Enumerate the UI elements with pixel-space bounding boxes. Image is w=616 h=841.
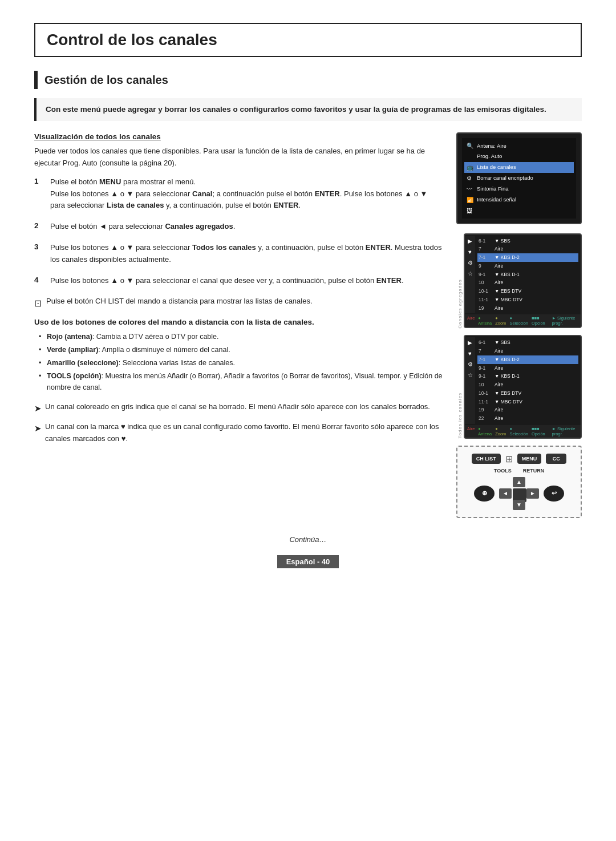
step-2: 2 Pulse el botón ◄ para seleccionar Cana… xyxy=(34,221,443,233)
ch-row: 9-1Aire xyxy=(477,364,578,373)
side-icon-arrow2: ▶ xyxy=(468,339,472,346)
step-1: 1 Pulse el botón MENU para mostrar el me… xyxy=(34,176,443,212)
step-4-num: 4 xyxy=(34,275,46,284)
search-icon: 🔍 xyxy=(467,141,475,150)
ch-row: 7Aire xyxy=(477,245,578,253)
tv-menu-extra: 🖼 xyxy=(464,205,574,216)
remote-top-row: CH LIST ⊞ MENU CC xyxy=(472,454,567,464)
tv-menu-prog-auto: Prog. Auto xyxy=(464,151,574,161)
arrow-sym-2: ➤ xyxy=(34,421,42,435)
note-icon: ⊡ xyxy=(34,296,42,311)
ch-row: 19Aire xyxy=(477,406,578,414)
remote-labels: TOOLS RETURN xyxy=(494,468,544,474)
return-label: RETURN xyxy=(523,468,545,474)
bullet-2: Verde (ampliar): Amplía o disminuye el n… xyxy=(39,344,443,355)
step-4-content: Pulse los botones ▲ o ▼ para seleccionar… xyxy=(50,275,443,287)
step-4: 4 Pulse los botones ▲ o ▼ para seleccion… xyxy=(34,275,443,287)
nav-down-btn[interactable]: ▼ xyxy=(513,500,525,510)
cc-button[interactable]: CC xyxy=(546,454,566,464)
right-column: 🔍 Antena: Aire Prog. Auto 📺 Lista de can… xyxy=(456,132,582,518)
step-2-content: Pulse el botón ◄ para seleccionar Canale… xyxy=(50,221,443,233)
arrow-note-1-text: Un canal coloreado en gris indica que el… xyxy=(45,401,430,413)
ch-footer-2: Aire ● Antena ● Zoom ● Selección ■■■ Opc… xyxy=(465,425,581,438)
ch-panel2: ▶ ♥ ⚙ ☆ 6-1▼ SBS 7Aire 7-1▼ KBS D-2 9-1A… xyxy=(464,335,582,439)
ch-panel1: ▶ ♥ ⚙ ☆ 6-1▼ SBS 7Aire 7-1▼ KBS D-2 9Air… xyxy=(464,233,582,329)
continua-text: Continúa… xyxy=(34,535,582,544)
section-title: Gestión de los canales xyxy=(44,74,168,87)
note-chlist-text: Pulse el botón CH LIST del mando a dista… xyxy=(46,296,313,308)
footer-wrap: Español - 40 xyxy=(34,555,582,568)
return-btn[interactable]: ↩ xyxy=(544,486,564,502)
footer-text: Español - 40 xyxy=(277,555,339,568)
ch-row: 9Aire xyxy=(477,262,578,270)
nav-left-btn[interactable]: ◄ xyxy=(499,488,512,499)
ch-row: 19Aire xyxy=(477,304,578,313)
tv-menu-intensidad: 📶 Intensidad señal xyxy=(464,195,574,205)
side-icon-gear: ⚙ xyxy=(468,260,473,266)
ch-side-icons-2: ▶ ♥ ⚙ ☆ xyxy=(465,337,475,424)
arrow-note-1: ➤ Un canal coloreado en gris indica que … xyxy=(34,401,443,415)
ch-list-button[interactable]: CH LIST xyxy=(472,454,501,464)
ch-row: 11-1▼ MBC DTV xyxy=(477,398,578,406)
ch-side-icons-1: ▶ ♥ ⚙ ☆ xyxy=(465,236,475,314)
bold-section: Uso de los botones de colores del mando … xyxy=(34,318,443,326)
side-icon-gear2: ⚙ xyxy=(468,361,473,367)
tv-menu-antenna: 🔍 Antena: Aire xyxy=(464,140,574,151)
menu-icon-remote: ⊞ xyxy=(505,454,513,464)
ch-row: 10Aire xyxy=(477,381,578,389)
section-header: Gestión de los canales xyxy=(34,71,582,89)
menu-button[interactable]: MENU xyxy=(517,454,542,464)
ch-row: 22Aire xyxy=(477,414,578,423)
side-icon-arrow: ▶ xyxy=(468,238,472,244)
bullet-3: Amarillo (seleccione): Selecciona varias… xyxy=(39,357,443,369)
ch-row: 11-1▼ MBC DTV xyxy=(477,296,578,304)
para1: Puede ver todos los canales que tiene di… xyxy=(34,145,443,169)
section-bar xyxy=(34,71,38,89)
arrow-note-2-text: Un canal con la marca ♥ indica que es un… xyxy=(45,421,443,445)
ch-footer-1: Aire ● Antena ● Zoom ● Selección ■■■ Opc… xyxy=(465,314,581,327)
arrow-note-2: ➤ Un canal con la marca ♥ indica que es … xyxy=(34,421,443,445)
ch-row: 9-1▼ KBS D-1 xyxy=(477,270,578,279)
step-3: 3 Pulse los botones ▲ o ▼ para seleccion… xyxy=(34,242,443,266)
ch-row-selected-2: 7-1▼ KBS D-2 xyxy=(477,355,578,364)
ch-list-area-1: 6-1▼ SBS 7Aire 7-1▼ KBS D-2 9Aire 9-1▼ K… xyxy=(475,236,581,314)
note-chlist: ⊡ Pulse el botón CH LIST del mando a dis… xyxy=(34,296,443,311)
left-column: Visualización de todos los canales Puede… xyxy=(34,132,443,518)
ch-list-area-2: 6-1▼ SBS 7Aire 7-1▼ KBS D-2 9-1Aire 9-1▼… xyxy=(475,337,581,424)
tv-menu-panel: 🔍 Antena: Aire Prog. Auto 📺 Lista de can… xyxy=(456,132,582,224)
bullet-4: TOOLS (opción): Muestra los menús Añadir… xyxy=(39,370,443,393)
tv-menu-lista-canales: 📺 Lista de canales xyxy=(464,162,574,173)
ch-row: 10-1▼ EBS DTV xyxy=(477,389,578,398)
side-icon-heart: ♥ xyxy=(468,249,472,255)
ch-panel1-label-vert: Canales agregados xyxy=(456,233,463,329)
settings-icon: ⚙ xyxy=(467,174,475,183)
ch-panel2-wrap: Todos los canales ▶ ♥ ⚙ ☆ 6-1▼ SBS 7Aire xyxy=(456,335,582,439)
ch-row: 6-1▼ SBS xyxy=(477,338,578,347)
main-content: Visualización de todos los canales Puede… xyxy=(34,132,582,518)
tools-btn[interactable]: ⊕ xyxy=(474,486,495,502)
channel-icon: 📺 xyxy=(467,163,475,172)
ch-panel2-label-vert: Todos los canales xyxy=(456,335,463,439)
side-icon-star2: ☆ xyxy=(468,372,473,378)
nav-cross: ▲ ◄ ► ▼ xyxy=(499,477,539,510)
ch-row: 10Aire xyxy=(477,278,578,287)
subsection-title: Visualización de todos los canales xyxy=(34,132,443,141)
tune-icon: 〰 xyxy=(467,185,475,193)
side-icon-heart2: ♥ xyxy=(468,350,472,357)
ch-row: 6-1▼ SBS xyxy=(477,237,578,245)
ch-row-selected: 7-1▼ KBS D-2 xyxy=(477,253,578,262)
step-1-num: 1 xyxy=(34,176,46,185)
signal-icon: 📶 xyxy=(467,196,475,204)
intro-box: Con este menú puede agregar y borrar los… xyxy=(34,98,582,121)
nav-up-btn[interactable]: ▲ xyxy=(513,477,525,487)
arrow-sym-1: ➤ xyxy=(34,401,42,415)
ch-row: 9-1▼ KBS D-1 xyxy=(477,372,578,381)
ch-row: 7Aire xyxy=(477,347,578,355)
ch-row: 10-1▼ EBS DTV xyxy=(477,287,578,296)
ch-panel1-wrap: Canales agregados ▶ ♥ ⚙ ☆ 6-1▼ SBS 7Aire xyxy=(456,233,582,329)
side-icon-star: ☆ xyxy=(468,270,473,277)
tv-menu-borrar: ⚙ Borrar canal encriptado xyxy=(464,173,574,184)
page-title: Control de los canales xyxy=(34,23,582,57)
tools-label: TOOLS xyxy=(494,468,512,474)
nav-right-btn[interactable]: ► xyxy=(526,488,539,499)
